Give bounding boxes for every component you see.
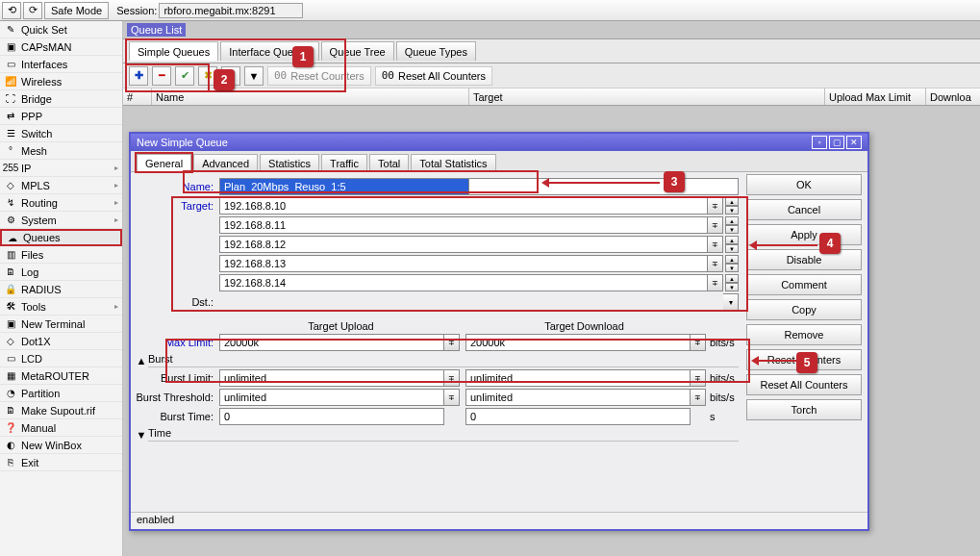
sidebar-item-ppp[interactable]: ⇄PPP xyxy=(0,108,122,125)
target-spin-up-3[interactable]: ▲ xyxy=(725,255,739,264)
time-collapse-icon[interactable]: ▼ xyxy=(135,429,148,441)
target-dropdown-4[interactable]: ∓ xyxy=(708,274,723,291)
enable-button[interactable]: ✔ xyxy=(175,66,194,86)
sidebar-item-mpls[interactable]: ◇MPLS▸ xyxy=(0,177,122,194)
dlg-tab-statistics[interactable]: Statistics xyxy=(260,154,319,171)
safe-mode-button[interactable]: Safe Mode xyxy=(44,2,109,19)
dlg-reset-counters-button[interactable]: Reset Counters xyxy=(746,349,862,370)
target-spin-dn-3[interactable]: ▼ xyxy=(725,264,739,272)
target-dropdown-3[interactable]: ∓ xyxy=(708,255,723,272)
sidebar-item-switch[interactable]: ☰Switch xyxy=(0,125,122,142)
col-number[interactable]: # xyxy=(123,88,152,105)
max-limit-dn-dropdown[interactable]: ∓ xyxy=(691,334,706,351)
burst-threshold-dn-dropdown[interactable]: ∓ xyxy=(691,389,706,406)
dlg-tab-advanced[interactable]: Advanced xyxy=(193,154,258,171)
sidebar-item-files[interactable]: ▥Files xyxy=(0,246,122,264)
ql-tab-queue-types[interactable]: Queue Types xyxy=(396,41,476,61)
sidebar-item-tools[interactable]: 🛠Tools▸ xyxy=(0,298,122,316)
dlg-ok-button[interactable]: OK xyxy=(746,174,862,195)
ql-tab-interface-queues[interactable]: Interface Queues xyxy=(220,41,318,61)
sidebar-item-new-winbox[interactable]: ◐New WinBox xyxy=(0,437,122,454)
dlg-torch-button[interactable]: Torch xyxy=(746,399,862,420)
dlg-tab-traffic[interactable]: Traffic xyxy=(321,154,367,171)
burst-time-dn-input[interactable]: 0 xyxy=(465,408,691,425)
target-spin-up-2[interactable]: ▲ xyxy=(725,236,739,244)
target-input-3[interactable]: 192.168.8.13 xyxy=(219,255,708,272)
burst-collapse-icon[interactable]: ▲ xyxy=(135,355,148,366)
sidebar-item-log[interactable]: 🗎Log xyxy=(0,264,122,281)
target-spin-dn-0[interactable]: ▼ xyxy=(725,206,739,215)
add-button[interactable]: ✚ xyxy=(129,66,148,86)
sidebar-item-bridge[interactable]: ⛶Bridge xyxy=(0,90,122,108)
dlg-disable-button[interactable]: Disable xyxy=(746,249,862,270)
target-input-4[interactable]: 192.168.8.14 xyxy=(219,274,708,291)
sidebar-item-queues[interactable]: ☁Queues xyxy=(0,229,122,246)
sidebar-item-ip[interactable]: 255IP▸ xyxy=(0,160,122,177)
target-input-2[interactable]: 192.168.8.12 xyxy=(219,236,708,253)
dlg-reset-all-counters-button[interactable]: Reset All Counters xyxy=(746,374,862,395)
target-dropdown-2[interactable]: ∓ xyxy=(708,236,723,253)
sidebar-item-manual[interactable]: ❓Manual xyxy=(0,419,122,437)
sidebar-item-make-supout-rif[interactable]: 🗎Make Supout.rif xyxy=(0,402,122,419)
dlg-apply-button[interactable]: Apply xyxy=(746,224,862,245)
max-limit-dn-input[interactable]: 20000k xyxy=(465,334,691,351)
dialog-close-icon[interactable]: ✕ xyxy=(846,136,862,149)
sidebar-item-interfaces[interactable]: ▭Interfaces xyxy=(0,56,122,73)
burst-limit-up-dropdown[interactable]: ∓ xyxy=(444,369,460,387)
dlg-cancel-button[interactable]: Cancel xyxy=(746,199,862,220)
sidebar-item-system[interactable]: ⚙System▸ xyxy=(0,212,122,229)
max-limit-up-input[interactable]: 20000k xyxy=(219,334,444,351)
dialog-title-bar[interactable]: New Simple Queue ▫ ▢ ✕ xyxy=(131,134,867,151)
sidebar-item-new-terminal[interactable]: ▣New Terminal xyxy=(0,316,122,333)
col-name[interactable]: Name xyxy=(152,88,469,105)
max-limit-up-dropdown[interactable]: ∓ xyxy=(444,334,460,351)
reset-all-counters-button[interactable]: 00Reset All Counters xyxy=(375,66,492,86)
ql-tab-queue-tree[interactable]: Queue Tree xyxy=(321,41,394,61)
burst-time-up-input[interactable]: 0 xyxy=(219,408,444,425)
sidebar-item-radius[interactable]: 🔒RADIUS xyxy=(0,281,122,298)
undo-button[interactable]: ⟲ xyxy=(2,2,21,19)
col-target[interactable]: Target xyxy=(469,88,825,105)
sidebar-item-lcd[interactable]: ▭LCD xyxy=(0,350,122,367)
dlg-comment-button[interactable]: Comment xyxy=(746,274,862,295)
ql-tab-simple-queues[interactable]: Simple Queues xyxy=(129,41,218,61)
target-dropdown-1[interactable]: ∓ xyxy=(708,216,723,234)
target-spin-dn-2[interactable]: ▼ xyxy=(725,244,739,253)
sidebar-item-partition[interactable]: ◔Partition xyxy=(0,385,122,402)
dialog-min-icon[interactable]: ▫ xyxy=(812,136,827,149)
sidebar-item-metarouter[interactable]: ▦MetaROUTER xyxy=(0,367,122,385)
target-spin-dn-1[interactable]: ▼ xyxy=(725,225,739,234)
dlg-tab-total[interactable]: Total xyxy=(369,154,409,171)
target-input-1[interactable]: 192.168.8.11 xyxy=(219,216,708,234)
dst-dropdown[interactable]: ▾ xyxy=(723,293,739,311)
redo-button[interactable]: ⟳ xyxy=(23,2,42,19)
col-dml[interactable]: Downloa xyxy=(926,88,980,105)
sidebar-item-wireless[interactable]: 📶Wireless xyxy=(0,73,122,90)
target-spin-up-4[interactable]: ▲ xyxy=(725,274,739,283)
dlg-remove-button[interactable]: Remove xyxy=(746,324,862,345)
burst-limit-up-input[interactable]: unlimited xyxy=(219,369,444,387)
sidebar-item-routing[interactable]: ↯Routing▸ xyxy=(0,194,122,212)
burst-threshold-dn-input[interactable]: unlimited xyxy=(465,389,691,406)
sidebar-item-quick-set[interactable]: ✎Quick Set xyxy=(0,21,122,38)
dlg-tab-general[interactable]: General xyxy=(137,154,191,171)
filter-button[interactable]: ▼ xyxy=(244,66,264,86)
disable-button[interactable]: ✖ xyxy=(198,66,217,86)
target-spin-up-0[interactable]: ▲ xyxy=(725,197,739,206)
burst-threshold-up-dropdown[interactable]: ∓ xyxy=(444,389,460,406)
sidebar-item-dot1x[interactable]: ◇Dot1X xyxy=(0,333,122,350)
target-spin-up-1[interactable]: ▲ xyxy=(725,216,739,225)
sidebar-item-capsman[interactable]: ▣CAPsMAN xyxy=(0,38,122,56)
target-input-0[interactable]: 192.168.8.10 xyxy=(219,197,708,215)
target-spin-dn-4[interactable]: ▼ xyxy=(725,283,739,291)
col-uml[interactable]: Upload Max Limit xyxy=(825,88,926,105)
burst-limit-dn-dropdown[interactable]: ∓ xyxy=(691,369,706,387)
sidebar-item-mesh[interactable]: °Mesh xyxy=(0,142,122,160)
remove-button[interactable]: ━ xyxy=(152,66,171,86)
dlg-copy-button[interactable]: Copy xyxy=(746,299,862,320)
name-input[interactable]: Plan_20Mbps_Reuso_1:5 xyxy=(219,178,469,195)
target-dropdown-0[interactable]: ∓ xyxy=(708,197,723,215)
burst-threshold-up-input[interactable]: unlimited xyxy=(219,389,444,406)
reset-counters-button[interactable]: 00Reset Counters xyxy=(267,66,371,86)
sidebar-item-exit[interactable]: ⎘Exit xyxy=(0,454,122,471)
